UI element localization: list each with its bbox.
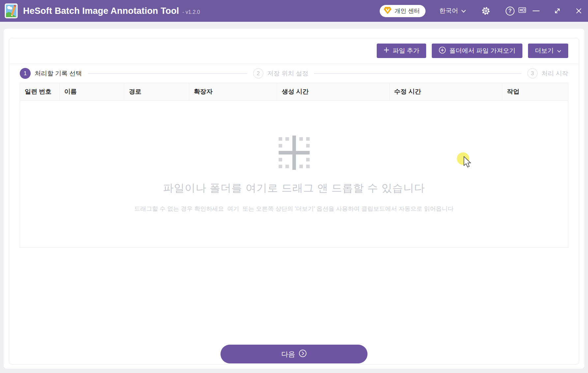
step-label: 처리할 기록 선택 <box>35 69 82 78</box>
mouse-cursor <box>462 156 472 170</box>
maximize-button[interactable] <box>554 7 561 15</box>
column-header-path: 경로 <box>124 83 189 100</box>
app-version: - v1.2.0 <box>182 9 200 15</box>
drop-zone-hint: 드래그할 수 없는 경우 확인하세요 여기 또는 오른쪽 상단의 '더보기' 옵… <box>134 205 454 213</box>
circle-plus-icon <box>439 47 446 55</box>
help-button[interactable]: ? <box>506 7 514 16</box>
table-header-row: 일련 번호 이름 경로 확장자 생성 시간 수정 시간 작업 <box>20 83 568 101</box>
step-start-processing: 3 처리 시작 <box>527 68 568 78</box>
settings-button[interactable] <box>481 6 490 16</box>
main-area: 파일 추가 폴더에서 파일 가져오기 더보기 1 <box>0 22 588 373</box>
more-label: 더보기 <box>535 47 554 55</box>
column-header-modified: 수정 시간 <box>390 83 502 100</box>
drop-zone-title: 파일이나 폴더를 여기로 드래그 앤 드롭할 수 있습니다 <box>163 181 425 196</box>
file-table: 일련 번호 이름 경로 확장자 생성 시간 수정 시간 작업 <box>20 83 568 248</box>
personal-center-label: 개인 센터 <box>395 7 420 15</box>
import-from-folder-button[interactable]: 폴더에서 파일 가져오기 <box>432 44 522 58</box>
step-label: 저장 위치 설정 <box>267 69 309 78</box>
personal-center-button[interactable]: 개인 센터 <box>380 5 426 17</box>
drop-target-icon <box>279 136 310 171</box>
app-logo-icon <box>5 3 18 19</box>
circle-arrow-right-icon <box>299 349 307 359</box>
column-header-actions: 작업 <box>502 83 568 100</box>
step-number: 3 <box>527 68 538 78</box>
import-from-folder-label: 폴더에서 파일 가져오기 <box>449 47 515 55</box>
more-button[interactable]: 더보기 <box>528 44 568 58</box>
step-connector <box>88 73 247 74</box>
next-button[interactable]: 다음 <box>220 345 368 363</box>
wizard-panel: 파일 추가 폴더에서 파일 가져오기 더보기 1 <box>9 38 579 364</box>
close-button[interactable] <box>575 8 582 14</box>
chevron-down-icon <box>461 7 466 15</box>
file-toolbar: 파일 추가 폴더에서 파일 가져오기 더보기 <box>9 38 579 64</box>
step-select-records: 1 처리할 기록 선택 <box>20 68 82 79</box>
minimize-button[interactable] <box>532 6 540 16</box>
language-label: 한국어 <box>439 7 458 15</box>
wizard-steps: 1 처리할 기록 선택 2 저장 위치 설정 3 처리 시작 <box>9 64 579 83</box>
column-header-extension: 확장자 <box>189 83 277 100</box>
column-header-serial: 일련 번호 <box>20 83 60 100</box>
app-title: HeSoft Batch Image Annotation Tool <box>23 6 179 16</box>
step-number: 1 <box>20 68 31 79</box>
chevron-down-icon <box>557 47 561 54</box>
language-selector[interactable]: 한국어 <box>439 7 466 15</box>
column-header-name: 이름 <box>60 83 124 100</box>
vip-gem-icon <box>384 7 392 16</box>
add-files-label: 파일 추가 <box>393 47 419 55</box>
step-label: 처리 시작 <box>542 69 568 78</box>
step-number: 2 <box>253 68 263 78</box>
step-save-location: 2 저장 위치 설정 <box>253 68 309 78</box>
mini-window-icon[interactable] <box>518 7 526 13</box>
step-connector <box>314 73 521 74</box>
next-label: 다음 <box>281 350 295 359</box>
column-header-created: 생성 시간 <box>277 83 390 100</box>
plus-icon <box>384 47 389 54</box>
drop-zone[interactable]: 파일이나 폴더를 여기로 드래그 앤 드롭할 수 있습니다 드래그할 수 없는 … <box>20 101 568 247</box>
add-files-button[interactable]: 파일 추가 <box>377 44 426 58</box>
titlebar: HeSoft Batch Image Annotation Tool - v1.… <box>0 0 588 22</box>
content-card: 파일 추가 폴더에서 파일 가져오기 더보기 1 <box>3 28 585 369</box>
